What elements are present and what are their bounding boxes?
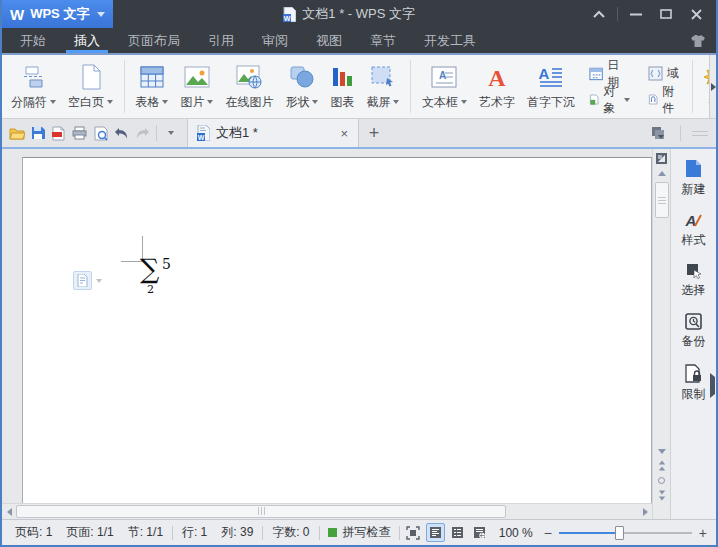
table-label: 表格: [135, 94, 159, 111]
panel-item-backup[interactable]: 备份: [682, 313, 706, 350]
task-panel: 新建 A 样式 选择 备份 限制: [670, 149, 716, 519]
redo-button[interactable]: [132, 122, 153, 144]
status-word-count[interactable]: 字数: 0: [265, 524, 316, 541]
attachment-button[interactable]: 附件: [645, 81, 682, 119]
tab-review[interactable]: 审阅: [248, 28, 302, 53]
panel-item-label: 新建: [682, 181, 706, 198]
text-box-button[interactable]: A 文本框: [417, 60, 472, 114]
quick-access-toolbar: [2, 119, 181, 147]
drop-cap-icon: A: [538, 63, 564, 91]
skin-theme-button[interactable]: [690, 28, 716, 53]
open-file-button[interactable]: [6, 122, 27, 144]
drop-cap-button[interactable]: A 首字下沉: [522, 60, 580, 114]
page-view-button[interactable]: [426, 523, 444, 542]
table-button[interactable]: 表格: [130, 60, 173, 114]
zoom-in-button[interactable]: +: [696, 525, 710, 541]
status-column[interactable]: 列: 39: [214, 524, 260, 541]
tab-references[interactable]: 引用: [194, 28, 248, 53]
equation-object[interactable]: ∑ 5 2: [140, 254, 159, 284]
svg-text:A: A: [539, 65, 550, 82]
horizontal-scroll-thumb[interactable]: [16, 505, 506, 518]
fit-page-button[interactable]: [404, 523, 422, 542]
scroll-up-button[interactable]: [654, 166, 670, 180]
save-icon: [31, 126, 45, 140]
scroll-down-button[interactable]: [654, 444, 670, 458]
zoom-out-button[interactable]: −: [541, 525, 555, 541]
export-pdf-button[interactable]: [48, 122, 69, 144]
vertical-scrollbar[interactable]: [652, 149, 670, 519]
web-view-button[interactable]: [471, 523, 489, 542]
screenshot-button[interactable]: 截屏: [361, 60, 404, 114]
undo-button[interactable]: [111, 122, 132, 144]
customize-toolbar-button[interactable]: [160, 122, 181, 144]
online-picture-button[interactable]: 在线图片: [220, 60, 278, 114]
collapse-ribbon-button[interactable]: [585, 3, 613, 25]
chart-button[interactable]: 图表: [325, 60, 359, 114]
chevron-down-icon: [50, 100, 56, 104]
scroll-right-button[interactable]: [638, 504, 652, 520]
paste-options-button[interactable]: [73, 271, 102, 290]
panel-item-select[interactable]: 选择: [682, 263, 706, 299]
document-page[interactable]: ∑ 5 2: [22, 157, 652, 503]
ruler-toggle-button[interactable]: [654, 150, 670, 166]
status-page-number[interactable]: 页码: 1: [8, 524, 59, 541]
panel-item-restrict[interactable]: 限制: [682, 364, 706, 403]
select-browse-object-button[interactable]: [654, 473, 670, 488]
tab-view[interactable]: 视图: [302, 28, 356, 53]
tab-insert[interactable]: 插入: [60, 28, 114, 53]
print-button[interactable]: [69, 122, 90, 144]
tab-developer-tools[interactable]: 开发工具: [410, 28, 490, 53]
save-button[interactable]: [27, 122, 48, 144]
object-button[interactable]: 对象: [586, 81, 633, 119]
triangle-left-icon: [7, 508, 12, 516]
status-section[interactable]: 节: 1/1: [121, 524, 170, 541]
wps-app-menu-button[interactable]: W WPS 文字: [2, 0, 113, 28]
styles-icon: A: [685, 212, 703, 229]
break-button[interactable]: 分隔符: [6, 60, 61, 114]
panel-item-styles[interactable]: A 样式: [682, 212, 706, 249]
spellcheck-button[interactable]: 拼写检查: [321, 524, 397, 541]
pane-grip-handle[interactable]: [692, 131, 708, 136]
maximize-button[interactable]: [652, 3, 680, 25]
status-pages[interactable]: 页面: 1/1: [59, 524, 120, 541]
panel-collapse-handle[interactable]: [710, 377, 715, 395]
menu-bar: 开始 插入 页面布局 引用 审阅 视图 章节 开发工具: [2, 28, 716, 55]
tab-section[interactable]: 章节: [356, 28, 410, 53]
ribbon-small-buttons: 日期 域 对象 附件: [582, 61, 686, 113]
zoom-level[interactable]: 100 %: [491, 526, 541, 540]
panel-item-new[interactable]: 新建: [682, 159, 706, 198]
close-tab-button[interactable]: ×: [338, 126, 350, 141]
status-divider: [262, 526, 263, 540]
vertical-scroll-thumb[interactable]: [655, 182, 669, 218]
previous-page-button[interactable]: [654, 458, 670, 473]
close-button[interactable]: [682, 3, 710, 25]
tab-home[interactable]: 开始: [6, 28, 60, 53]
tab-page-layout[interactable]: 页面布局: [114, 28, 194, 53]
app-button-label: WPS 文字: [30, 5, 89, 23]
print-preview-button[interactable]: [90, 122, 111, 144]
text-box-label: 文本框: [422, 94, 458, 111]
horizontal-scroll-track[interactable]: [16, 504, 638, 520]
shapes-button[interactable]: 形状: [280, 60, 323, 114]
zoom-slider[interactable]: [559, 525, 692, 541]
vertical-scroll-track[interactable]: [654, 180, 670, 444]
zoom-slider-handle[interactable]: [615, 526, 624, 540]
blank-page-button[interactable]: 空白页: [63, 60, 118, 114]
new-tab-button[interactable]: +: [359, 119, 389, 147]
status-line[interactable]: 行: 1: [175, 524, 214, 541]
horizontal-scrollbar[interactable]: [2, 503, 652, 519]
zoom-slider-fill: [559, 532, 619, 534]
outline-view-button[interactable]: [449, 523, 467, 542]
formula-lower-limit: 2: [147, 283, 154, 296]
tab-list-button[interactable]: [648, 122, 669, 144]
minimize-button[interactable]: [622, 3, 650, 25]
document-tab[interactable]: W 文档1 * ×: [187, 119, 359, 147]
ribbon-expand-button[interactable]: [709, 55, 716, 118]
comment-button[interactable]: 批: [698, 60, 709, 114]
document-canvas[interactable]: ∑ 5 2: [2, 149, 652, 503]
picture-button[interactable]: 图片: [175, 60, 218, 114]
scroll-left-button[interactable]: [2, 504, 16, 520]
next-page-button[interactable]: [654, 488, 670, 503]
toolbar-divider: [680, 125, 681, 141]
word-art-button[interactable]: A 艺术字: [474, 60, 520, 114]
